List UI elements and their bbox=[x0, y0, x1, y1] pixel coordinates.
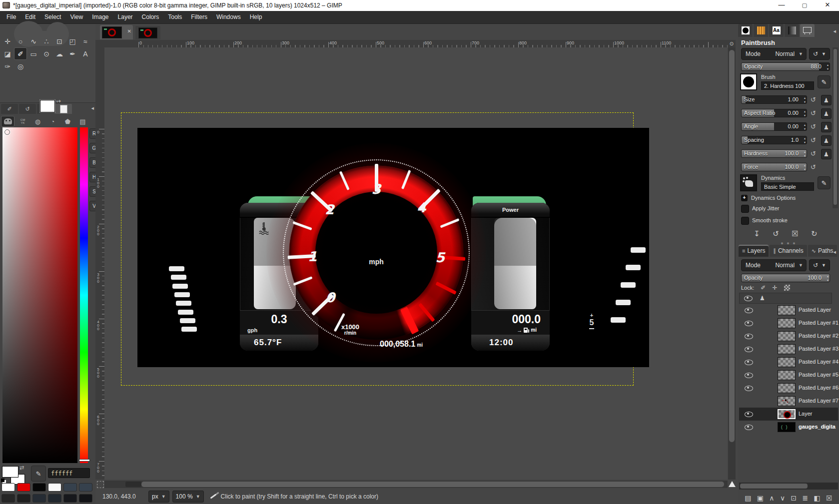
link-to-brush-icon[interactable]: ♟ bbox=[821, 149, 832, 159]
collapse-layers-dock-icon[interactable]: ◂ bbox=[833, 249, 836, 255]
tab-gradients[interactable] bbox=[785, 24, 799, 37]
visibility-column-icon[interactable] bbox=[744, 296, 753, 301]
delete-layer-icon[interactable]: ☒ bbox=[826, 494, 833, 502]
palette-swatch[interactable] bbox=[63, 483, 77, 492]
reset-icon[interactable]: ↺ bbox=[811, 163, 816, 171]
expander-icon[interactable]: + bbox=[741, 195, 748, 201]
layer-thumbnail[interactable] bbox=[778, 305, 796, 315]
visibility-eye-icon[interactable] bbox=[745, 425, 753, 430]
layer-name[interactable]: Pasted Layer #7 bbox=[799, 398, 839, 404]
link-column-icon[interactable]: ♟ bbox=[760, 295, 765, 302]
selector-cmyk[interactable]: CMYK bbox=[16, 116, 29, 127]
zoom-follow-window-icon[interactable]: ⊙ bbox=[728, 40, 736, 47]
tool-options-scrollbar-thumb[interactable] bbox=[834, 49, 837, 205]
layer-name[interactable]: Pasted Layer bbox=[799, 307, 831, 313]
dynamics-thumbnail[interactable] bbox=[740, 174, 757, 191]
layer-name[interactable]: Pasted Layer #4 bbox=[799, 359, 839, 365]
slider-hardness[interactable]: Hardness100.0▴▾ bbox=[741, 149, 807, 158]
restore-preset-icon[interactable]: ↺ bbox=[773, 229, 779, 238]
tab-paths[interactable]: ∿Paths bbox=[808, 245, 837, 257]
tool-clone[interactable]: ⊙ bbox=[40, 47, 53, 60]
selector-scales[interactable]: ▤ bbox=[76, 116, 89, 127]
tool-ellipse-select[interactable]: ○ bbox=[14, 35, 27, 47]
tool-move[interactable]: ✛ bbox=[1, 35, 14, 47]
palette-swatch[interactable] bbox=[1, 483, 15, 492]
dynamics-options-expander[interactable]: Dynamics Options bbox=[751, 195, 796, 201]
checkbox-apply-jitter[interactable] bbox=[741, 205, 749, 213]
tool-ink[interactable]: ✒ bbox=[66, 47, 79, 60]
menu-file[interactable]: File bbox=[2, 11, 20, 23]
layer-mode-reset-button[interactable]: ↺▼ bbox=[809, 259, 830, 271]
layers-scrollbar-thumb[interactable] bbox=[740, 484, 808, 489]
spinner-icon[interactable]: ▴▾ bbox=[804, 150, 806, 158]
palette-swatch[interactable] bbox=[17, 494, 30, 503]
mode-reset-button[interactable]: ↺▼ bbox=[809, 48, 830, 60]
edit-dynamics-icon[interactable]: ✎ bbox=[818, 176, 831, 189]
visibility-eye-icon[interactable] bbox=[745, 347, 753, 352]
menu-help[interactable]: Help bbox=[245, 11, 267, 23]
lower-layer-icon[interactable]: ∨ bbox=[780, 494, 785, 502]
tab-undo-history[interactable]: ↺ bbox=[19, 104, 36, 114]
lock-position-icon[interactable]: ✛ bbox=[772, 284, 777, 291]
visibility-eye-icon[interactable] bbox=[745, 412, 753, 417]
menu-image[interactable]: Image bbox=[87, 11, 113, 23]
visibility-eye-icon[interactable] bbox=[745, 386, 753, 391]
foreground-color-swatch-small[interactable] bbox=[2, 466, 18, 478]
navigation-arrow-icon[interactable] bbox=[729, 481, 736, 487]
tool-options-scrollbar[interactable] bbox=[833, 47, 838, 208]
vertical-scrollbar-thumb[interactable] bbox=[729, 50, 735, 442]
layer-row[interactable]: Pasted Layer bbox=[739, 304, 838, 317]
brush-thumbnail[interactable] bbox=[740, 73, 757, 90]
layer-row[interactable]: Pasted Layer #1 bbox=[739, 317, 838, 330]
tab-colors[interactable] bbox=[55, 104, 72, 114]
tool-smudge[interactable]: ☁ bbox=[53, 47, 66, 60]
checkbox-smooth-stroke[interactable] bbox=[741, 217, 749, 225]
reset-tool-icon[interactable]: ↻ bbox=[811, 229, 818, 238]
visibility-eye-icon[interactable] bbox=[745, 321, 753, 326]
tool-crop[interactable]: ⊡ bbox=[53, 35, 66, 47]
collapse-right-dock-icon[interactable]: ◂ bbox=[833, 28, 836, 34]
hue-strip[interactable] bbox=[80, 127, 88, 463]
tool-bucket-fill[interactable]: ◪ bbox=[1, 47, 14, 60]
layer-row[interactable]: Pasted Layer #4 bbox=[739, 356, 838, 369]
spinner-icon[interactable]: ▴▾ bbox=[804, 136, 806, 144]
saturation-value-square[interactable] bbox=[2, 127, 77, 463]
spinner-icon[interactable]: ▴▾ bbox=[804, 163, 806, 171]
layer-thumbnail[interactable] bbox=[778, 383, 796, 393]
layer-name[interactable]: Layer bbox=[799, 411, 813, 417]
visibility-eye-icon[interactable] bbox=[745, 360, 753, 365]
layer-opacity-slider[interactable]: Opacity 100.0 ▴▾ bbox=[741, 274, 830, 282]
image-tab-2[interactable] bbox=[135, 26, 160, 39]
close-button[interactable]: ✕ bbox=[816, 0, 839, 11]
tab-brushes[interactable] bbox=[738, 24, 753, 37]
palette-swatch[interactable] bbox=[32, 494, 46, 503]
opacity-slider[interactable]: Opacity 88.0 ▴▾ bbox=[741, 62, 830, 71]
palette-swatch[interactable] bbox=[1, 494, 15, 503]
horizontal-scrollbar[interactable] bbox=[104, 481, 728, 488]
paint-mode-dropdown[interactable]: Mode Normal ▼ bbox=[741, 48, 807, 60]
menu-view[interactable]: View bbox=[65, 11, 87, 23]
tool-color-picker[interactable]: ✑ bbox=[1, 60, 14, 72]
add-mask-icon[interactable]: ◧ bbox=[814, 494, 821, 502]
quickmask-toggle[interactable] bbox=[97, 481, 104, 488]
layer-thumbnail[interactable] bbox=[778, 331, 796, 341]
collapse-left-dock-icon[interactable]: ◂ bbox=[91, 105, 94, 111]
tab-channels[interactable]: ∥Channels bbox=[770, 245, 807, 257]
link-to-brush-icon[interactable]: ♟ bbox=[821, 122, 832, 132]
layer-row[interactable]: Pasted Layer #2 bbox=[739, 330, 838, 343]
minimize-button[interactable]: — bbox=[770, 0, 793, 11]
spinner-icon[interactable]: ▴▾ bbox=[827, 274, 829, 282]
slider-spacing[interactable]: Spacing1.0▴▾ bbox=[741, 136, 807, 144]
save-preset-icon[interactable]: ↧ bbox=[754, 229, 760, 238]
delete-preset-icon[interactable]: ☒ bbox=[792, 229, 798, 238]
selector-wheel[interactable]: ◔ bbox=[46, 116, 59, 127]
layer-name[interactable]: Pasted Layer #2 bbox=[799, 333, 839, 339]
palette-swatch[interactable] bbox=[79, 483, 92, 492]
reset-icon[interactable]: ↺ bbox=[811, 96, 816, 103]
duplicate-layer-icon[interactable]: ⊡ bbox=[791, 494, 797, 502]
lock-alpha-icon[interactable] bbox=[784, 285, 790, 291]
tab-tool-options[interactable] bbox=[800, 24, 815, 37]
menu-windows[interactable]: Windows bbox=[212, 11, 245, 23]
reset-icon[interactable]: ↺ bbox=[811, 136, 816, 144]
layer-row[interactable]: Pasted Layer #6 bbox=[739, 382, 838, 395]
